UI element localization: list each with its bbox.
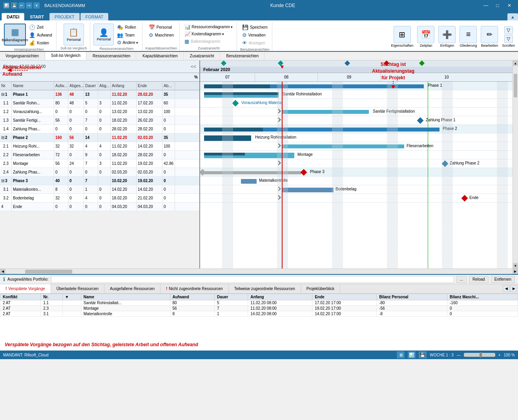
table-row: ⊟1 Phase 1 136 48 13 11.02.20 28.02.20 3… — [0, 90, 199, 99]
balkendiagramm-label: Balkendiagramm — [2, 38, 28, 42]
cell-abges: 32 — [68, 142, 84, 150]
tab-ausgefallene[interactable]: Ausgefallene Ressourcen — [104, 284, 161, 293]
scroll-down-btn[interactable]: ▼ — [513, 263, 518, 268]
cell-aufw: 136 — [54, 90, 68, 99]
personal3-btn[interactable]: 📅Personal — [147, 24, 175, 31]
cell-dauer: 7 — [84, 116, 98, 124]
toggle-phase1[interactable]: ⊟ — [1, 92, 4, 97]
toggle-phase3[interactable]: ⊟ — [1, 179, 4, 183]
bottom-nav-next[interactable]: ▶ — [510, 285, 517, 292]
ressourcendiagramm-btn[interactable]: 📊Ressourcendiagramm — [183, 24, 234, 30]
sub-tab-soll-ist[interactable]: Soll-Ist-Vergleich — [46, 52, 86, 60]
toggle-phase2[interactable]: ⊟ — [1, 135, 4, 140]
v-scrollbar[interactable]: ▲ ▼ — [513, 60, 518, 268]
personal2-btn[interactable]: 👤 Personal — [93, 24, 114, 46]
cell-dauer: 5 — [215, 300, 248, 306]
redo-icon[interactable]: ↪ — [26, 2, 32, 9]
scroll-right-btn[interactable]: ▶ — [513, 269, 518, 274]
gliederung-btn[interactable]: ≡ — [460, 26, 477, 43]
cell-anfang: 02.03.20 — [111, 168, 137, 176]
bearbeiten-btn[interactable]: ✏ — [481, 26, 498, 43]
minus-btn[interactable]: — — [457, 353, 461, 357]
maschinen-btn[interactable]: ⚙Maschinen — [147, 31, 175, 39]
status-icon-2[interactable]: 📊 — [408, 351, 416, 358]
einfuegen-btn[interactable]: ➕ — [438, 26, 456, 43]
aufwand-btn[interactable]: 👤Aufwand — [27, 31, 54, 39]
collapse-btn[interactable]: << — [191, 64, 196, 69]
scroll-left-btn[interactable]: ◀ — [0, 269, 5, 274]
table-row: 2 AT 2.3 Montage 56 7 11.02.20 08:00 19.… — [0, 306, 518, 311]
cell-name: Fliesenarbeiten — [12, 151, 54, 159]
minimize-btn[interactable]: — — [480, 1, 491, 10]
scroll-up-btn[interactable]: ▲ — [513, 60, 518, 66]
chart-diamonds-row: ▼ — [200, 60, 513, 67]
zeit-btn[interactable]: 🕐Zeit — [27, 24, 54, 31]
anzeigen-btn[interactable]: 👁Anzeigen — [241, 39, 269, 47]
remove-btn[interactable]: Entfernen — [491, 276, 515, 283]
sub-tab-zusatz[interactable]: Zusatzansicht — [184, 52, 220, 60]
tab-format[interactable]: FORMAT — [80, 13, 109, 20]
team-btn[interactable]: 👥Team — [115, 31, 139, 39]
balkendiagramm2-btn[interactable]: ▦Balkendiagramm — [183, 38, 234, 45]
cell-anfang: 10.02.20 — [111, 177, 137, 185]
more-icon[interactable]: ▾ — [33, 2, 40, 9]
col-aufw: Aufw... — [54, 82, 68, 90]
cell-nr: ⊟3 — [0, 177, 12, 185]
tab-projektueberblick[interactable]: Projektüberblick — [301, 284, 340, 293]
sub-tab-benutzer[interactable]: Benutzeransichten — [221, 52, 265, 60]
andere-btn[interactable]: ⚙Andere — [115, 39, 139, 46]
cell-abg: 0 — [98, 203, 111, 211]
tab-projekt[interactable]: PROJEKT — [49, 13, 80, 20]
tab-nicht-zugeordnete[interactable]: ! Nicht zugeordnete Ressourcen — [161, 284, 229, 293]
zoom-label: 100 % — [504, 353, 515, 357]
personal-btn-large[interactable]: 📋 Personal — [64, 24, 84, 46]
ribbon-collapse[interactable]: ▲ — [507, 13, 518, 20]
balkendiagramm-icon: ▦ — [11, 27, 19, 37]
cell-ende: 17.02.20 17:00 — [312, 300, 377, 306]
h-scrollbar: ◀ ▶ — [0, 268, 518, 274]
chart-row-phase2: Phase 2 — [200, 125, 513, 133]
tab-verspaetete[interactable]: ! Verspätete Vorgänge — [0, 284, 51, 293]
speichern-btn[interactable]: 💾Speichern — [241, 24, 269, 31]
sub-tab-ressourcen[interactable]: Ressourcenansichten — [87, 52, 136, 60]
tab-teilweise-label: Teilweise zugeordnete Ressourcen — [234, 287, 295, 291]
sub-tab-kapazitaet[interactable]: Kapazitätsansichten — [137, 52, 184, 60]
tab-datei[interactable]: DATEI — [2, 13, 24, 20]
cell-abg — [98, 90, 111, 99]
status-icon-1[interactable]: 🖥 — [397, 351, 405, 358]
tab-start[interactable]: START — [25, 13, 49, 20]
zoom-slider[interactable] — [464, 353, 495, 357]
h-scroll-thumb[interactable] — [25, 270, 72, 274]
undo-icon[interactable]: ↩ — [18, 2, 25, 9]
th-anfang: Anfang — [248, 294, 312, 300]
verwalten-btn[interactable]: ⚙Verwalten — [241, 31, 269, 39]
tab-uberlastete[interactable]: Überlastete Ressourcen — [51, 284, 104, 293]
tab-teilweise[interactable]: Teilweise zugeordnete Ressourcen — [229, 284, 301, 293]
kostendiagramm-icon: 📈 — [184, 31, 191, 37]
chart-row-12: Vorauszahlung Material — [200, 99, 513, 108]
portfolio-input[interactable] — [51, 276, 454, 283]
close-btn[interactable]: ✕ — [504, 1, 515, 10]
filter2-btn[interactable]: ▽ — [504, 35, 513, 43]
bottom-nav-prev[interactable]: ◀ — [503, 285, 510, 292]
filter1-btn[interactable]: ▽ — [504, 26, 513, 34]
reload-btn[interactable]: Reload — [469, 276, 489, 283]
cell-ab: 100 — [162, 142, 175, 150]
browse-btn[interactable]: ... — [456, 276, 467, 283]
sub-tab-vorgangsansichten[interactable]: Vorgangsansichten — [0, 52, 45, 60]
scroll-thumb[interactable] — [514, 74, 517, 97]
cell-ende: 19.02.20 — [137, 177, 162, 185]
plus-btn[interactable]: + — [498, 353, 501, 357]
kostendiagramm-btn[interactable]: 📈Kostendiagramm — [183, 31, 234, 37]
rollen-btn[interactable]: 🎭Rollen — [115, 24, 139, 31]
save-icon[interactable]: 💾 — [11, 2, 17, 9]
eigenschaften-btn[interactable]: ⊞ — [394, 26, 411, 43]
bar-phase1-progress — [204, 84, 270, 88]
milestone-14 — [417, 117, 424, 124]
balkendiagramm-btn[interactable]: ▦ Balkendiagramm — [4, 24, 26, 46]
kosten-btn[interactable]: 💰Kosten — [27, 39, 54, 47]
chart-row-phase3: Phase 3 — [200, 168, 513, 177]
status-icon-3[interactable]: 💾 — [419, 351, 427, 358]
maximize-btn[interactable]: □ — [492, 1, 503, 10]
zeitplan-btn[interactable]: 📅 — [417, 26, 434, 43]
